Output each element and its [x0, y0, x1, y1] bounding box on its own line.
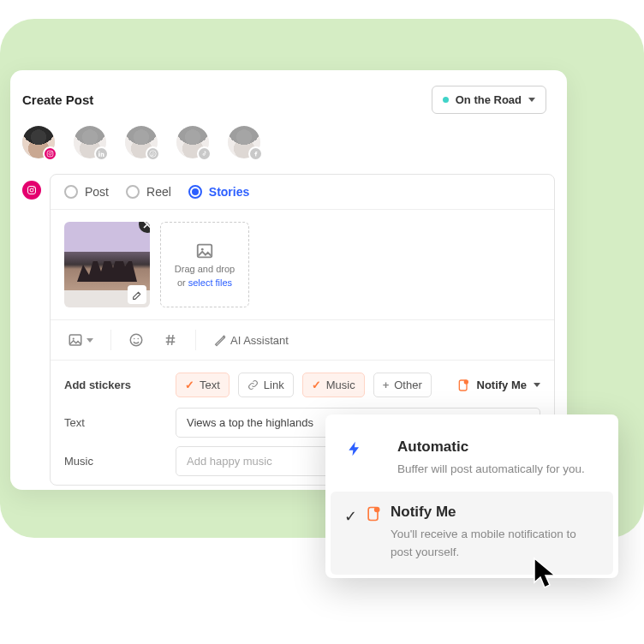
- magic-wand-icon: [213, 333, 227, 347]
- emoji-button[interactable]: [122, 327, 151, 353]
- edit-media-button[interactable]: [128, 285, 146, 304]
- popover-item-notify-me[interactable]: ✓ Notify Me You'll receive a mobile noti…: [331, 492, 613, 575]
- sticker-chip-other[interactable]: +Other: [373, 373, 432, 397]
- channel-avatars: [10, 114, 567, 174]
- radio-icon: [64, 185, 78, 199]
- media-thumbnail[interactable]: [64, 222, 150, 307]
- stickers-label: Add stickers: [64, 379, 167, 391]
- plus-icon: +: [383, 379, 390, 391]
- post-type-post[interactable]: Post: [64, 185, 109, 199]
- channel-pinterest[interactable]: [125, 126, 158, 158]
- card-header: Create Post On the Road: [10, 70, 567, 114]
- dropzone-text: Drag and drop: [175, 264, 235, 274]
- notify-me-dropdown[interactable]: Notify Me: [456, 379, 541, 392]
- tiktok-badge-icon: [197, 146, 212, 161]
- project-label: On the Road: [456, 93, 522, 106]
- svg-point-13: [130, 334, 142, 346]
- popover-desc: Buffer will post automatically for you.: [397, 461, 598, 478]
- svg-point-17: [463, 379, 468, 384]
- instagram-badge-icon: [43, 146, 57, 161]
- editor-toolbar: AI Assistant: [51, 319, 554, 360]
- divider: [195, 330, 196, 350]
- check-icon: ✓: [185, 379, 194, 391]
- text-field-label: Text: [64, 416, 167, 429]
- popover-desc: You'll receive a mobile notification to …: [391, 526, 593, 561]
- channel-instagram[interactable]: [22, 126, 55, 158]
- page-title: Create Post: [22, 92, 93, 107]
- check-icon: ✓: [312, 379, 321, 391]
- music-input[interactable]: [176, 446, 347, 476]
- select-files-link[interactable]: select files: [188, 277, 232, 288]
- svg-point-8: [33, 188, 34, 188]
- chevron-down-icon: [528, 98, 535, 102]
- automatic-icon: [346, 440, 363, 457]
- svg-point-2: [51, 152, 52, 152]
- sticker-chip-text[interactable]: ✓Text: [176, 373, 230, 397]
- popover-title: Notify Me: [391, 504, 593, 521]
- svg-point-4: [98, 151, 100, 152]
- image-icon: [195, 242, 214, 260]
- publish-mode-popover: Automatic Buffer will post automatically…: [325, 414, 618, 578]
- notify-icon: [365, 505, 382, 522]
- svg-point-15: [138, 338, 140, 340]
- popover-title: Automatic: [397, 438, 598, 456]
- popover-item-automatic[interactable]: Automatic Buffer will post automatically…: [325, 426, 618, 492]
- link-icon: [247, 379, 259, 391]
- svg-rect-3: [98, 152, 100, 157]
- stickers-row: Add stickers ✓Text Link ✓Music +Other No…: [64, 373, 540, 397]
- dropzone-text2: or select files: [177, 277, 232, 288]
- sticker-chip-music[interactable]: ✓Music: [302, 373, 365, 397]
- channel-linkedin[interactable]: [74, 126, 106, 158]
- project-selector[interactable]: On the Road: [432, 86, 546, 114]
- post-type-row: Post Reel Stories: [51, 175, 554, 210]
- post-type-reel[interactable]: Reel: [126, 185, 171, 199]
- facebook-badge-icon: [248, 146, 263, 161]
- svg-point-12: [73, 337, 75, 339]
- ai-assistant-button[interactable]: AI Assistant: [206, 328, 295, 352]
- media-row: Drag and drop or select files: [51, 210, 554, 319]
- check-icon: ✓: [344, 507, 357, 526]
- svg-point-5: [150, 151, 157, 158]
- sticker-chip-link[interactable]: Link: [238, 373, 294, 397]
- instagram-side-icon: [22, 181, 41, 200]
- svg-point-19: [374, 507, 380, 513]
- cursor-icon: [533, 557, 564, 594]
- pinterest-badge-icon: [146, 146, 160, 161]
- project-status-dot: [443, 97, 449, 103]
- add-media-button[interactable]: [61, 327, 100, 353]
- divider: [110, 330, 111, 350]
- radio-icon: [126, 185, 140, 199]
- svg-point-14: [134, 338, 135, 340]
- music-field-label: Music: [64, 455, 167, 468]
- post-type-stories[interactable]: Stories: [188, 185, 249, 199]
- hashtag-button[interactable]: [156, 327, 185, 353]
- chevron-down-icon: [534, 383, 540, 387]
- linkedin-badge-icon: [94, 146, 109, 161]
- radio-icon: [188, 185, 202, 199]
- notify-icon: [456, 379, 470, 392]
- channel-facebook[interactable]: [228, 126, 260, 158]
- media-dropzone[interactable]: Drag and drop or select files: [160, 222, 249, 307]
- svg-point-7: [30, 188, 33, 192]
- chevron-down-icon: [86, 338, 93, 343]
- svg-point-10: [201, 248, 204, 251]
- svg-point-1: [49, 152, 51, 155]
- channel-tiktok[interactable]: [176, 126, 209, 158]
